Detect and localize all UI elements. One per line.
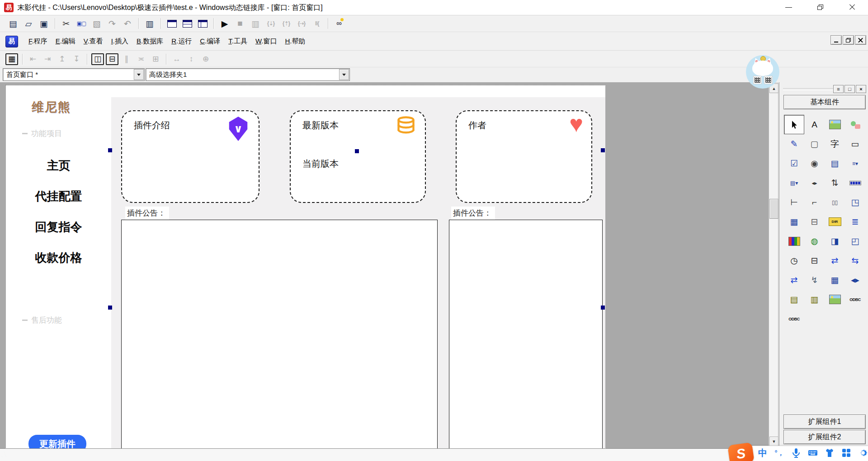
selection-handle[interactable] — [108, 148, 112, 152]
center-horizontal-button[interactable]: ◫ — [91, 53, 104, 65]
printer-component-icon[interactable]: ⊟ — [804, 251, 825, 270]
menu-h[interactable]: H.帮助 — [281, 35, 309, 47]
scrollbar-thumb[interactable] — [769, 199, 778, 219]
step-into-button[interactable]: {⇡} — [279, 17, 293, 30]
window-split-h-button[interactable] — [180, 17, 194, 30]
menu-v[interactable]: V.查看 — [80, 35, 107, 47]
window-frame-icon[interactable]: ▢ — [804, 134, 825, 154]
card-author[interactable]: 作者 ♥ — [456, 110, 592, 203]
animation-box-icon[interactable]: ▯▯ — [825, 193, 845, 212]
menu-t[interactable]: T.工具 — [224, 35, 251, 47]
new-file-button[interactable]: ▤ — [6, 17, 20, 30]
selection-handle[interactable] — [355, 149, 359, 153]
sogou-logo-icon[interactable]: S — [727, 442, 755, 461]
align-left-button[interactable]: ⇤ — [27, 53, 39, 65]
card-version[interactable]: 最新版本 当前版本 — [290, 110, 426, 203]
picture-box-icon[interactable] — [825, 115, 845, 134]
basic-components-button[interactable]: 基本组件 — [783, 95, 866, 109]
find-debug-button[interactable]: ∞ — [332, 17, 346, 30]
component-selector-dropdown-button[interactable] — [339, 69, 349, 80]
menu-b[interactable]: B.数据库 — [132, 35, 167, 47]
table-grid-icon[interactable]: ▦ — [784, 212, 804, 231]
mdi-minimize-button[interactable] — [830, 35, 842, 45]
apps-grid-button[interactable] — [840, 446, 853, 460]
progress-bar-icon[interactable] — [845, 173, 865, 193]
undo-button[interactable]: ↶ — [121, 17, 134, 30]
skin-shirt-button[interactable] — [823, 446, 836, 460]
gear-button[interactable] — [856, 446, 868, 460]
serial-port-icon[interactable]: ↯ — [804, 270, 825, 290]
door-switch-icon[interactable]: ◨ — [825, 231, 845, 251]
space-equal-v-button[interactable]: ≍ — [135, 53, 147, 65]
toolbox-maximize-button[interactable]: □ — [844, 85, 855, 93]
component-selector[interactable]: 高级选择夹1 — [146, 68, 350, 81]
odbc-database-icon[interactable]: ODBC — [784, 309, 804, 329]
window-normal-button[interactable] — [165, 17, 179, 30]
group-box-icon[interactable]: ⌐ — [804, 193, 825, 212]
clock-timer-icon[interactable]: ◷ — [784, 251, 804, 270]
combo-box-icon[interactable]: ≡▾ — [845, 154, 865, 173]
view-code-button[interactable]: ▥ — [143, 17, 156, 30]
form-nav-item[interactable]: 回复指令 — [6, 219, 111, 235]
window-selector[interactable]: 首页窗口 * — [3, 68, 145, 81]
punctuation-button[interactable]: °， — [773, 446, 786, 460]
counter-window-icon[interactable]: ◰ — [845, 231, 865, 251]
copy-button[interactable]: ▣▢ — [75, 17, 88, 30]
form-design-canvas[interactable]: 维尼熊 功能项目 主页代挂配置回复指令收款价格 售后功能 更新插件 插件介绍 ∨… — [5, 85, 606, 448]
checklist-box-icon[interactable]: ▤▾ — [784, 173, 804, 193]
step-out-button[interactable]: {⇢} — [295, 17, 308, 30]
update-plugin-button[interactable]: 更新插件 — [28, 435, 86, 448]
announce-box-right[interactable] — [449, 220, 603, 448]
menu-r[interactable]: R.运行 — [167, 35, 196, 47]
open-file-button[interactable]: ▱ — [22, 17, 35, 30]
data-navigator-icon[interactable]: ◀▶ — [845, 270, 865, 290]
vertical-scrollbar[interactable]: ▲ ▼ — [769, 83, 778, 447]
chinese-mode-button[interactable]: 中 — [756, 446, 769, 460]
menu-w[interactable]: W.窗口 — [251, 35, 281, 47]
check-box-icon[interactable]: ☑ — [784, 154, 804, 173]
toolbox-menu-button[interactable]: ≡ — [833, 85, 844, 93]
stop-button[interactable]: ■ — [233, 17, 247, 30]
selection-handle[interactable] — [108, 306, 112, 310]
cut-button[interactable]: ✂ — [59, 17, 73, 30]
save-file-button[interactable]: ▣ — [37, 17, 51, 30]
keyboard-button[interactable] — [806, 446, 820, 460]
vscroll-bar-icon[interactable]: ⇅ — [825, 173, 845, 193]
align-right-button[interactable]: ⇥ — [41, 53, 54, 65]
text-char-icon[interactable]: 字 — [825, 134, 845, 154]
net-server-icon[interactable]: ⇆ — [845, 251, 865, 270]
step-over-button[interactable]: {⇣} — [264, 17, 278, 30]
restore-button[interactable] — [807, 0, 833, 14]
grid-toggle-button[interactable]: ▦ — [5, 53, 18, 65]
scroll-down-button[interactable]: ▼ — [769, 437, 778, 446]
same-width-button[interactable]: ↔ — [170, 53, 183, 65]
redo-button[interactable]: ↷ — [105, 17, 119, 30]
cursor-tool-icon[interactable] — [784, 115, 804, 134]
image-box-icon[interactable] — [825, 290, 845, 309]
color-palette-icon[interactable] — [784, 231, 804, 251]
selection-handle[interactable] — [601, 148, 605, 152]
close-button[interactable] — [839, 0, 865, 14]
net-client-icon[interactable]: ⇄ — [825, 251, 845, 270]
data-grid-icon[interactable]: ▦ — [825, 270, 845, 290]
internet-component-icon[interactable]: ◍ — [804, 231, 825, 251]
snap-to-grid-button[interactable]: ⊞ — [149, 53, 162, 65]
announce-box-left[interactable] — [121, 220, 438, 448]
extension-components-1-button[interactable]: 扩展组件1 — [783, 414, 866, 429]
memory-database-icon[interactable]: ▥ — [804, 290, 825, 309]
hscroll-bar-icon[interactable]: ◂▸ — [804, 173, 825, 193]
menu-e[interactable]: E.编辑 — [52, 35, 80, 47]
radio-button-icon[interactable]: ◉ — [804, 154, 825, 173]
list-box-icon[interactable]: ▤ — [825, 154, 845, 173]
align-bottom-button[interactable]: ↧ — [70, 53, 83, 65]
odbc-source-icon[interactable]: ODBC — [845, 290, 865, 309]
shape-component-icon[interactable] — [845, 115, 865, 134]
window-selector-dropdown-button[interactable] — [134, 69, 144, 80]
same-size-button[interactable]: ⊕ — [199, 53, 212, 65]
mdi-restore-button[interactable] — [843, 35, 854, 45]
run-button[interactable]: ▶ — [218, 17, 231, 30]
same-height-button[interactable]: ↕ — [185, 53, 198, 65]
slider-bar-icon[interactable]: ⊢ — [784, 193, 804, 212]
menu-i[interactable]: I.插入 — [107, 35, 132, 47]
grip-handle[interactable] — [783, 88, 834, 90]
